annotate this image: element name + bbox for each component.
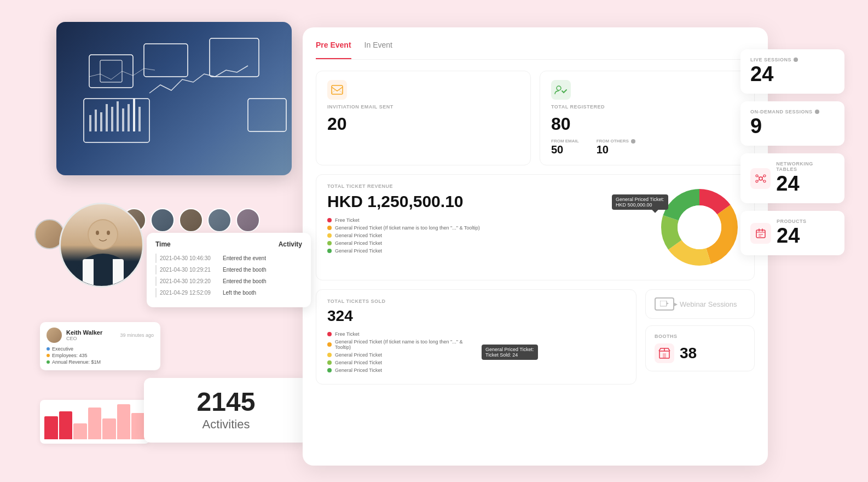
legend-dot-3 xyxy=(327,233,332,238)
activity-table-header: Time Activity xyxy=(155,240,302,248)
networking-row: NETWORKING TABLES 24 xyxy=(750,161,835,196)
networking-icon xyxy=(750,168,771,189)
right-panel: Pre Event In Event INVITIATION EMAIL SEN… xyxy=(303,27,768,466)
crm-tag-label-1: Executive xyxy=(52,346,73,352)
tickets-label: TOTAL TICKETS SOLD xyxy=(327,299,474,304)
mini-bar-5 xyxy=(102,418,116,439)
svg-rect-6 xyxy=(94,259,113,288)
crm-header: Keith Walker CEO 39 minutes ago xyxy=(47,328,154,343)
t-legend-1: Free Ticket xyxy=(327,331,474,337)
svg-point-22 xyxy=(756,180,758,182)
on-demand-info-dot xyxy=(815,110,819,114)
hero-overlay xyxy=(56,22,292,175)
tab-in-event[interactable]: In Event xyxy=(364,41,392,54)
webinar-label: Webinar Sessions xyxy=(680,300,737,308)
donut-chart: General Priced Ticket: HKD 500,000.00 xyxy=(656,183,743,271)
donut-tooltip-value: HKD 500,000.00 xyxy=(616,202,652,208)
products-icon xyxy=(750,223,771,244)
products-row: PRODUCTS 24 xyxy=(750,219,835,248)
t-legend-dot-2 xyxy=(327,342,332,347)
main-portrait xyxy=(59,203,144,288)
bottom-row: TOTAL TICKETS SOLD 324 Free Ticket Gener… xyxy=(316,289,755,385)
legend-dot-4 xyxy=(327,241,332,245)
left-panel: Time Activity 2021-04-30 10:46:30 Entere… xyxy=(24,16,308,466)
activities-stat-card: 2145 Activities xyxy=(144,378,308,443)
bar-tooltip: General Priced Ticket: Ticket Sold: 24 xyxy=(482,345,538,360)
t-legend-4: General Priced Ticket xyxy=(327,360,474,365)
bar-tooltip-value: Ticket Sold: 24 xyxy=(485,352,518,358)
activity-action-1: Entered the event xyxy=(223,255,266,261)
activity-time-1: 2021-04-30 10:46:30 xyxy=(160,255,223,261)
bar-tooltip-label: General Priced Ticket: xyxy=(485,347,534,352)
revenue-section: TOTAL TICKET REVENUE HKD 1,250,500.10 Fr… xyxy=(316,174,755,280)
booths-label: BOOTHS xyxy=(655,334,745,339)
live-sessions-card: LIVE SESSIONS 24 xyxy=(740,49,844,94)
revenue-left: TOTAL TICKET REVENUE HKD 1,250,500.10 Fr… xyxy=(327,183,647,271)
crm-tag-2: Employees: 435 xyxy=(47,353,154,358)
svg-point-14 xyxy=(678,205,721,249)
from-email-label: FROM EMAIL xyxy=(551,139,579,144)
svg-rect-15 xyxy=(660,301,667,306)
mini-bar-7 xyxy=(131,413,145,439)
main-container: Time Activity 2021-04-30 10:46:30 Entere… xyxy=(24,16,844,466)
time-col-header: Time xyxy=(155,240,171,248)
t-legend-dot-4 xyxy=(327,360,332,365)
hero-image xyxy=(56,22,292,175)
t-legend-2: General Priced Ticket (If ticket name is… xyxy=(327,339,474,350)
from-others-item: FROM OTHERS 10 xyxy=(597,139,635,156)
legend-4: General Priced Ticket xyxy=(327,240,647,246)
from-email-item: FROM EMAIL 50 xyxy=(551,139,579,156)
products-label: PRODUCTS xyxy=(777,219,807,224)
tabs-container: Pre Event In Event xyxy=(316,41,755,60)
t-legend-text-4: General Priced Ticket xyxy=(335,360,382,365)
t-legend-text-2: General Priced Ticket (If ticket name is… xyxy=(335,339,474,350)
activity-row-1: 2021-04-30 10:46:30 Entered the event xyxy=(155,254,302,263)
svg-rect-28 xyxy=(756,230,765,238)
webinar-icon xyxy=(655,297,674,311)
booths-icon xyxy=(655,343,674,363)
invitation-label: INVITIATION EMAIL SENT xyxy=(327,104,519,110)
activity-row-4: 2021-04-29 12:52:09 Left the booth xyxy=(155,288,302,297)
legend-2: General Priced Ticket (If ticket name is… xyxy=(327,225,647,231)
right-side-cards: LIVE SESSIONS 24 ON-DEMAND SESSIONS 9 xyxy=(740,49,844,255)
tag-dot-1 xyxy=(47,347,50,351)
svg-point-4 xyxy=(107,231,110,235)
activities-label: Activities xyxy=(157,417,295,432)
avatars-row xyxy=(122,208,260,232)
bar-chart: General Priced Ticket: Ticket Sold: 24 xyxy=(483,299,625,364)
legend-5: General Priced Ticket xyxy=(327,248,647,254)
avatar-2 xyxy=(151,208,175,232)
crm-tag-3: Annual Revenue: $1M xyxy=(47,359,154,365)
top-stats-grid: INVITIATION EMAIL SENT 20 TOTAL REGISTER… xyxy=(316,71,755,165)
crm-tags: Executive Employees: 435 Annual Revenue:… xyxy=(47,346,154,365)
tag-dot-2 xyxy=(47,354,50,357)
crm-time: 39 minutes ago xyxy=(120,332,154,338)
registered-label: TOTAL REGISTERED xyxy=(551,104,743,110)
tab-pre-event[interactable]: Pre Event xyxy=(316,41,351,54)
activities-number: 2145 xyxy=(157,389,295,415)
info-dot xyxy=(631,139,635,144)
invitation-value: 20 xyxy=(327,114,519,134)
mini-bar-6 xyxy=(117,404,131,439)
tickets-value: 324 xyxy=(327,307,474,325)
legend-dot-5 xyxy=(327,249,332,253)
registered-icon xyxy=(551,80,571,100)
avatar-4 xyxy=(207,208,232,232)
svg-rect-17 xyxy=(663,353,666,358)
on-demand-label: ON-DEMAND SESSIONS xyxy=(750,109,835,114)
from-others-value: 10 xyxy=(597,144,635,156)
donut-tooltip: General Priced Ticket: HKD 500,000.00 xyxy=(612,194,668,210)
booths-card: BOOTHS 38 xyxy=(645,325,755,371)
revenue-label: TOTAL TICKET REVENUE xyxy=(327,183,647,189)
svg-point-8 xyxy=(557,86,561,90)
booths-row: 38 xyxy=(655,343,745,363)
on-demand-card: ON-DEMAND SESSIONS 9 xyxy=(740,101,844,146)
t-legend-dot-5 xyxy=(327,368,332,372)
booths-value: 38 xyxy=(680,345,697,362)
legend-text-2: General Priced Ticket (If ticket name is… xyxy=(335,225,480,231)
crm-tag-label-2: Employees: 435 xyxy=(52,353,88,358)
legend-text-5: General Priced Ticket xyxy=(335,248,382,254)
activity-col-header: Activity xyxy=(279,240,302,248)
crm-card: Keith Walker CEO 39 minutes ago Executiv… xyxy=(40,322,160,370)
activity-action-2: Entered the booth xyxy=(223,267,267,273)
